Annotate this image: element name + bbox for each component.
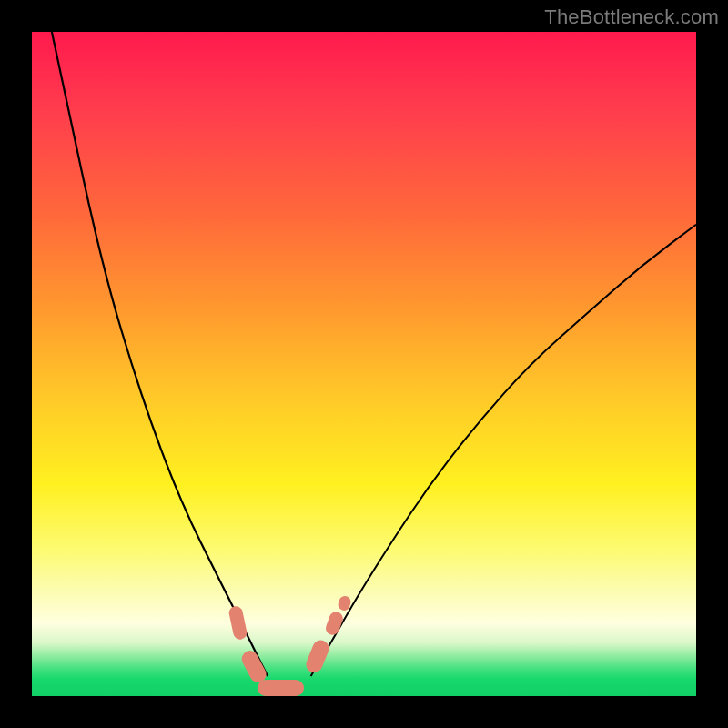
curve-svg [32, 32, 696, 696]
outer-frame: TheBottleneck.com [0, 0, 728, 728]
watermark-text: TheBottleneck.com [544, 5, 719, 29]
curve-left-arm [52, 32, 268, 676]
plot-area [32, 32, 696, 696]
curve-right-arm [311, 225, 696, 676]
chip-valley [258, 680, 304, 696]
